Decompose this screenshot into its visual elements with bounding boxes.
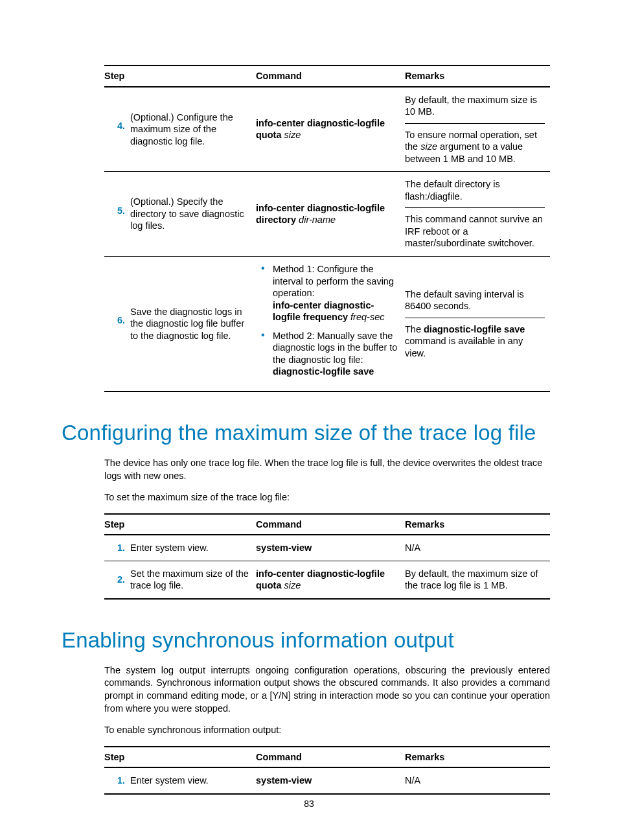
step-command: system-view [256, 767, 405, 794]
col-remarks: Remarks [405, 65, 550, 87]
col-remarks: Remarks [405, 514, 550, 535]
step-remarks: By default, the maximum size of the trac… [405, 561, 550, 599]
col-step: Step [104, 747, 256, 768]
step-description: Save the diagnostic logs in the diagnost… [130, 257, 256, 391]
step-remarks: By default, the maximum size is 10 MB. T… [405, 87, 550, 172]
step-command: info-center diagnostic-logfile quota siz… [256, 561, 405, 599]
col-step: Step [104, 514, 256, 535]
table-row: 6. Save the diagnostic logs in the diagn… [104, 257, 550, 391]
step-number: 1. [104, 535, 130, 561]
col-step: Step [104, 65, 256, 87]
table-sync-output: Step Command Remarks 1. Enter system vie… [104, 746, 550, 795]
table-header-row: Step Command Remarks [104, 514, 550, 535]
table-row: 5. (Optional.) Specify the directory to … [104, 172, 550, 257]
body-paragraph: To set the maximum size of the trace log… [104, 491, 550, 504]
step-remarks: The default saving interval is 86400 sec… [405, 257, 550, 391]
col-command: Command [256, 514, 405, 535]
page-number: 83 [0, 799, 618, 809]
body-paragraph: The system log output interrupts ongoing… [104, 664, 550, 715]
step-number: 5. [104, 172, 130, 257]
col-remarks: Remarks [405, 747, 550, 768]
table-row: 4. (Optional.) Configure the maximum siz… [104, 87, 550, 172]
step-number: 1. [104, 767, 130, 794]
list-item: Method 2: Manually save the diagnostic l… [256, 330, 400, 378]
step-description: (Optional.) Specify the directory to sav… [130, 172, 256, 257]
table-row: 1. Enter system view. system-view N/A [104, 767, 550, 794]
step-command: Method 1: Configure the interval to perf… [256, 257, 405, 391]
step-description: Enter system view. [130, 535, 256, 561]
step-command: system-view [256, 535, 405, 561]
table-row: 1. Enter system view. system-view N/A [104, 535, 550, 561]
body-paragraph: The device has only one trace log file. … [104, 457, 550, 482]
step-number: 2. [104, 561, 130, 599]
col-command: Command [256, 747, 405, 768]
page-content: Step Command Remarks 4. (Optional.) Conf… [62, 65, 556, 795]
section-heading-trace-log: Configuring the maximum size of the trac… [62, 421, 556, 445]
list-item: Method 1: Configure the interval to perf… [256, 263, 400, 323]
step-remarks: The default directory is flash:/diagfile… [405, 172, 550, 257]
step-command: info-center diagnostic-logfile quota siz… [256, 87, 405, 172]
step-description: Enter system view. [130, 767, 256, 794]
col-command: Command [256, 65, 405, 87]
table-header-row: Step Command Remarks [104, 65, 550, 87]
step-command: info-center diagnostic-logfile directory… [256, 172, 405, 257]
step-description: Set the maximum size of the trace log fi… [130, 561, 256, 599]
table-trace-log: Step Command Remarks 1. Enter system vie… [104, 513, 550, 600]
step-remarks: N/A [405, 535, 550, 561]
step-number: 6. [104, 257, 130, 391]
body-paragraph: To enable synchronous information output… [104, 724, 550, 737]
table-row: 2. Set the maximum size of the trace log… [104, 561, 550, 599]
table-diagnostic-logfile: Step Command Remarks 4. (Optional.) Conf… [104, 65, 550, 392]
section-heading-sync-output: Enabling synchronous information output [62, 628, 556, 653]
table-header-row: Step Command Remarks [104, 747, 550, 768]
step-number: 4. [104, 87, 130, 172]
step-description: (Optional.) Configure the maximum size o… [130, 87, 256, 172]
step-remarks: N/A [405, 767, 550, 794]
